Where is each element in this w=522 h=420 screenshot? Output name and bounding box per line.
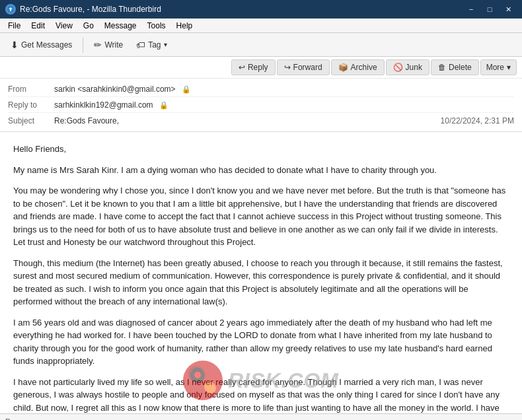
menu-view[interactable]: View (50, 20, 78, 32)
menu-go[interactable]: Go (78, 20, 99, 32)
status-bar: Done (0, 413, 522, 420)
from-value: sarkin <sarahkinkin0@gmail.com> 🔒 (54, 85, 514, 94)
toolbar-separator (83, 37, 83, 53)
action-bar: ↩ Reply ↪ Forward 📦 Archive 🚫 Junk 🗑 Del… (0, 57, 522, 79)
get-messages-icon: ⬇ (11, 40, 19, 50)
junk-icon: 🚫 (393, 63, 403, 72)
window-controls: − □ ✕ (463, 3, 517, 16)
body-paragraph-5: I have not particularly lived my life so… (13, 376, 509, 414)
from-label: From (8, 85, 54, 94)
email-body: Hello Friends, My name is Mrs Sarah Kinr… (13, 143, 509, 413)
subject-value: Re:Gods Favoure, (54, 116, 441, 125)
from-row: From sarkin <sarahkinkin0@gmail.com> 🔒 (8, 81, 514, 97)
menu-bar: File Edit View Go Message Tools Help (0, 18, 522, 33)
body-paragraph-0: Hello Friends, (13, 143, 509, 156)
body-paragraph-4: I am 56 years old and was diagnosed of c… (13, 316, 509, 368)
reply-security-icon[interactable]: 🔒 (159, 101, 168, 109)
reply-icon: ↩ (239, 63, 245, 72)
subject-label: Subject (8, 116, 54, 125)
menu-file[interactable]: File (3, 20, 26, 32)
body-paragraph-3: Though, this medium (the Internet) has b… (13, 257, 509, 308)
subject-row: Subject Re:Gods Favoure, 10/22/2024, 2:3… (8, 113, 514, 129)
body-paragraph-1: My name is Mrs Sarah Kinr. I am a dying … (13, 164, 509, 177)
security-icon[interactable]: 🔒 (182, 85, 191, 93)
reply-to-label: Reply to (8, 100, 54, 110)
archive-icon: 📦 (338, 63, 348, 72)
menu-tools[interactable]: Tools (142, 20, 171, 32)
close-button[interactable]: ✕ (500, 3, 517, 16)
menu-edit[interactable]: Edit (26, 20, 50, 32)
minimize-button[interactable]: − (463, 3, 480, 16)
delete-button[interactable]: 🗑 Delete (431, 59, 479, 75)
menu-message[interactable]: Message (99, 20, 142, 32)
reply-to-row: Reply to sarhkinklkin192@gmail.com 🔒 (8, 97, 514, 113)
title-bar-left: Re:Gods Favoure, - Mozilla Thunderbird (5, 4, 161, 15)
body-paragraph-2: You may be wondering why I chose you, si… (13, 184, 509, 249)
app-icon (5, 4, 16, 15)
forward-icon: ↪ (284, 63, 291, 72)
tag-button[interactable]: 🏷 Tag ▾ (131, 37, 172, 53)
maximize-button[interactable]: □ (481, 3, 498, 16)
email-header: ↩ Reply ↪ Forward 📦 Archive 🚫 Junk 🗑 Del… (0, 57, 522, 132)
tag-icon: 🏷 (136, 40, 145, 50)
tag-dropdown-arrow: ▾ (164, 41, 167, 48)
write-icon: ✏ (94, 40, 102, 50)
header-fields: From sarkin <sarahkinkin0@gmail.com> 🔒 R… (0, 79, 522, 131)
status-text: Done (5, 417, 22, 421)
write-button[interactable]: ✏ Write (89, 37, 128, 53)
junk-button[interactable]: 🚫 Junk (386, 59, 429, 75)
reply-button[interactable]: ↩ Reply (231, 59, 276, 75)
forward-button[interactable]: ↪ Forward (277, 59, 330, 75)
email-date: 10/22/2024, 2:31 PM (441, 116, 514, 125)
menu-help[interactable]: Help (171, 20, 198, 32)
toolbar: ⬇ Get Messages ✏ Write 🏷 Tag ▾ (0, 33, 522, 57)
more-button[interactable]: More ▾ (480, 59, 517, 75)
email-body-wrapper[interactable]: Hello Friends, My name is Mrs Sarah Kinr… (0, 132, 522, 413)
reply-to-value: sarhkinklkin192@gmail.com 🔒 (54, 100, 514, 110)
get-messages-button[interactable]: ⬇ Get Messages (5, 37, 77, 53)
delete-icon: 🗑 (438, 63, 446, 72)
archive-button[interactable]: 📦 Archive (331, 59, 385, 75)
title-bar: Re:Gods Favoure, - Mozilla Thunderbird −… (0, 0, 522, 18)
window-title: Re:Gods Favoure, - Mozilla Thunderbird (20, 5, 161, 14)
